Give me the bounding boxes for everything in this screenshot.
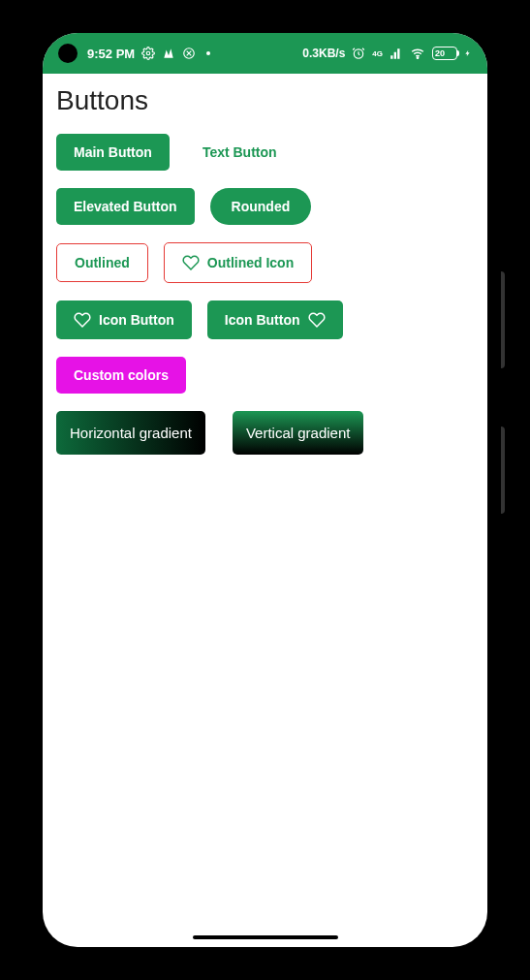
- heart-icon: [74, 311, 91, 329]
- outlined-button[interactable]: Outlined: [56, 243, 148, 282]
- charging-icon: [464, 47, 472, 60]
- icon-leading-button-label: Icon Button: [99, 312, 174, 328]
- wifi-icon: [410, 47, 425, 60]
- rounded-button-label: Rounded: [232, 199, 291, 214]
- status-left: 9:52 PM: [87, 47, 210, 61]
- heart-icon: [182, 254, 200, 271]
- more-notifications-dot: [206, 51, 210, 55]
- custom-colors-button-label: Custom colors: [74, 367, 169, 383]
- battery-text: 20: [435, 48, 445, 58]
- horizontal-gradient-button[interactable]: Horizontal gradient: [56, 411, 205, 455]
- text-button-label: Text Button: [203, 144, 277, 160]
- alarm-icon: [352, 47, 365, 60]
- row-2: Elevated Button Rounded: [56, 188, 474, 225]
- row-5: Custom colors: [56, 357, 474, 394]
- outlined-icon-button-label: Outlined Icon: [207, 255, 294, 270]
- svg-point-3: [417, 57, 418, 58]
- nav-bar-handle[interactable]: [193, 935, 338, 939]
- cellular-label: 4G: [372, 50, 383, 57]
- status-time: 9:52 PM: [87, 47, 135, 61]
- outlined-icon-button[interactable]: Outlined Icon: [164, 242, 312, 283]
- icon-trailing-button-label: Icon Button: [225, 312, 300, 328]
- camera-hole: [58, 44, 78, 63]
- page-title: Buttons: [56, 85, 474, 116]
- phone-frame: 9:52 PM 0.3KB/s 4G 20 Buttons Main Butto…: [29, 19, 501, 961]
- row-1: Main Button Text Button: [56, 134, 474, 171]
- network-speed: 0.3KB/s: [302, 47, 345, 60]
- content: Buttons Main Button Text Button Elevated…: [43, 74, 487, 480]
- vertical-gradient-button-label: Vertical gradient: [246, 425, 351, 441]
- horizontal-gradient-button-label: Horizontal gradient: [70, 425, 192, 441]
- elevated-button[interactable]: Elevated Button: [56, 188, 195, 225]
- app-icon: [162, 47, 175, 60]
- vertical-gradient-button[interactable]: Vertical gradient: [233, 411, 364, 455]
- settings-icon: [141, 47, 155, 60]
- elevated-button-label: Elevated Button: [74, 199, 177, 214]
- icon-trailing-button[interactable]: Icon Button: [207, 300, 343, 339]
- status-bar: 9:52 PM 0.3KB/s 4G 20: [43, 33, 487, 74]
- main-button[interactable]: Main Button: [56, 134, 170, 171]
- signal-icon: [390, 47, 403, 60]
- screen: 9:52 PM 0.3KB/s 4G 20 Buttons Main Butto…: [43, 33, 487, 947]
- power-button: [501, 427, 505, 514]
- row-3: Outlined Outlined Icon: [56, 242, 474, 283]
- svg-point-0: [146, 51, 150, 55]
- custom-colors-button[interactable]: Custom colors: [56, 357, 186, 394]
- icon-leading-button[interactable]: Icon Button: [56, 300, 192, 339]
- rounded-button[interactable]: Rounded: [210, 188, 312, 225]
- main-button-label: Main Button: [74, 144, 152, 160]
- heart-icon: [308, 311, 326, 329]
- row-4: Icon Button Icon Button: [56, 300, 474, 339]
- sync-icon: [182, 47, 196, 60]
- outlined-button-label: Outlined: [75, 255, 130, 270]
- status-right: 0.3KB/s 4G 20: [302, 47, 472, 60]
- row-6: Horizontal gradient Vertical gradient: [56, 411, 474, 455]
- text-button[interactable]: Text Button: [185, 134, 295, 171]
- battery-icon: 20: [432, 47, 457, 60]
- volume-button: [501, 271, 505, 368]
